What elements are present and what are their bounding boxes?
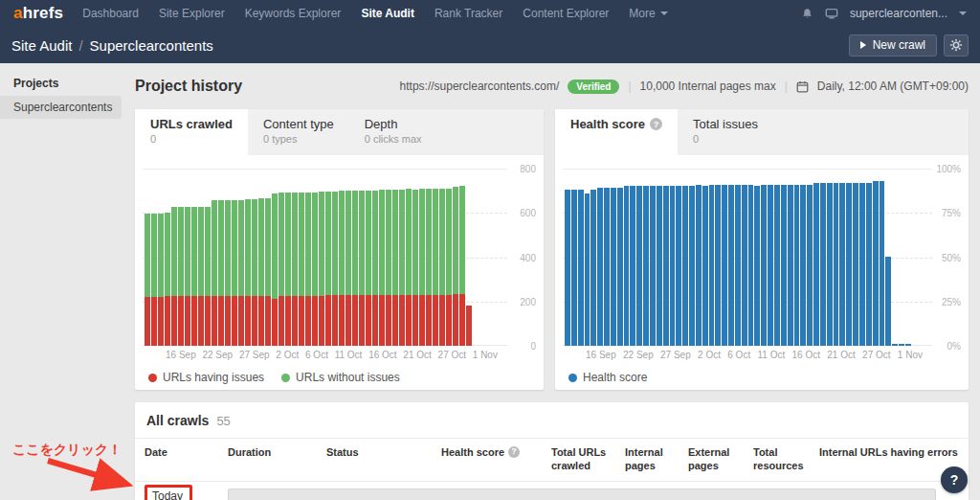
bar[interactable] bbox=[325, 192, 331, 346]
bar[interactable] bbox=[178, 207, 184, 346]
bar[interactable] bbox=[252, 199, 257, 346]
bar[interactable] bbox=[359, 191, 365, 346]
bar[interactable] bbox=[433, 189, 438, 346]
bar[interactable] bbox=[366, 191, 371, 346]
bar[interactable] bbox=[853, 183, 858, 346]
bar[interactable] bbox=[312, 193, 318, 346]
urls-crawled-chart[interactable]: 16 Sep22 Sep27 Sep2 Oct6 Oct11 Oct16 Oct… bbox=[143, 169, 538, 384]
bar[interactable] bbox=[439, 189, 445, 346]
new-crawl-button[interactable]: New crawl bbox=[849, 34, 937, 57]
account-caret-icon[interactable] bbox=[959, 11, 967, 15]
bar[interactable] bbox=[225, 200, 231, 346]
bar[interactable] bbox=[265, 198, 271, 346]
bar[interactable] bbox=[899, 344, 904, 346]
bar[interactable] bbox=[158, 214, 164, 346]
bar[interactable] bbox=[794, 185, 800, 346]
bar[interactable] bbox=[459, 186, 465, 346]
bar[interactable] bbox=[742, 185, 747, 346]
bar[interactable] bbox=[774, 185, 780, 346]
bar[interactable] bbox=[754, 186, 760, 346]
bar[interactable] bbox=[191, 207, 197, 346]
bar[interactable] bbox=[185, 207, 190, 346]
bar[interactable] bbox=[238, 200, 244, 346]
bar[interactable] bbox=[676, 186, 681, 346]
all-crawls-today-row[interactable]: Today bbox=[135, 482, 969, 500]
nav-item-content-explorer[interactable]: Content Explorer bbox=[523, 7, 609, 20]
bar[interactable] bbox=[165, 213, 170, 346]
bar[interactable] bbox=[768, 185, 773, 346]
bar[interactable] bbox=[446, 189, 452, 346]
account-menu[interactable]: superclearconten... bbox=[850, 7, 947, 20]
bar[interactable] bbox=[702, 186, 708, 346]
bar[interactable] bbox=[399, 190, 405, 346]
bar[interactable] bbox=[285, 193, 291, 346]
bar[interactable] bbox=[728, 185, 734, 346]
bar[interactable] bbox=[145, 214, 150, 346]
bar[interactable] bbox=[834, 183, 839, 346]
bar[interactable] bbox=[604, 188, 610, 346]
bar[interactable] bbox=[345, 191, 351, 346]
ahrefs-logo[interactable]: ahrefs bbox=[13, 4, 63, 23]
bar[interactable] bbox=[372, 191, 378, 346]
bar[interactable] bbox=[624, 186, 630, 346]
health-score-chart[interactable]: 16 Sep22 Sep27 Sep2 Oct6 Oct11 Oct16 Oct… bbox=[563, 169, 963, 384]
bar[interactable] bbox=[892, 344, 898, 346]
bar[interactable] bbox=[212, 200, 217, 346]
bar[interactable] bbox=[466, 306, 472, 346]
tab-content-type[interactable]: Content type0 types bbox=[248, 109, 349, 155]
bar[interactable] bbox=[332, 192, 338, 346]
bar[interactable] bbox=[453, 187, 458, 346]
bar[interactable] bbox=[781, 185, 787, 346]
help-icon[interactable]: ? bbox=[508, 446, 520, 458]
bar[interactable] bbox=[885, 257, 891, 346]
nav-item-rank-tracker[interactable]: Rank Tracker bbox=[434, 7, 502, 20]
bar[interactable] bbox=[689, 186, 695, 346]
help-icon[interactable]: ? bbox=[650, 118, 662, 130]
bar[interactable] bbox=[392, 190, 398, 346]
bar[interactable] bbox=[278, 193, 284, 346]
bar[interactable] bbox=[873, 181, 879, 346]
nav-item-dashboard[interactable]: Dashboard bbox=[82, 7, 139, 20]
bar[interactable] bbox=[800, 185, 806, 346]
bar[interactable] bbox=[245, 199, 251, 346]
tab-health-score[interactable]: Health score? bbox=[555, 109, 678, 155]
bar[interactable] bbox=[386, 190, 391, 346]
bar[interactable] bbox=[571, 190, 577, 346]
bar[interactable] bbox=[171, 207, 177, 346]
bar[interactable] bbox=[339, 191, 345, 346]
bar[interactable] bbox=[663, 186, 669, 346]
bar[interactable] bbox=[218, 200, 224, 346]
bar[interactable] bbox=[258, 198, 264, 346]
bar[interactable] bbox=[590, 190, 596, 346]
nav-item-site-explorer[interactable]: Site Explorer bbox=[159, 7, 225, 20]
bar[interactable] bbox=[827, 183, 833, 346]
bar[interactable] bbox=[585, 193, 590, 346]
nav-item-keywords-explorer[interactable]: Keywords Explorer bbox=[245, 7, 342, 20]
tab-depth[interactable]: Depth0 clicks max bbox=[349, 109, 437, 155]
bar[interactable] bbox=[866, 183, 872, 346]
bar[interactable] bbox=[696, 185, 702, 346]
bar[interactable] bbox=[412, 190, 418, 346]
bar[interactable] bbox=[859, 183, 865, 346]
bar[interactable] bbox=[292, 193, 298, 346]
sidebar-item-superclearcontents[interactable]: Superclearcontents bbox=[0, 96, 122, 119]
bar[interactable] bbox=[748, 185, 754, 346]
bar[interactable] bbox=[807, 185, 813, 346]
bar[interactable] bbox=[565, 190, 570, 346]
bar[interactable] bbox=[650, 186, 656, 346]
bar[interactable] bbox=[735, 185, 741, 346]
bar[interactable] bbox=[839, 183, 845, 346]
bar[interactable] bbox=[319, 192, 324, 346]
bar[interactable] bbox=[299, 193, 304, 346]
bar[interactable] bbox=[151, 214, 157, 346]
bar[interactable] bbox=[272, 193, 278, 346]
bar[interactable] bbox=[761, 185, 767, 346]
bar[interactable] bbox=[205, 207, 211, 346]
bar[interactable] bbox=[813, 183, 819, 346]
bar[interactable] bbox=[709, 185, 715, 346]
bar[interactable] bbox=[419, 189, 425, 346]
bar[interactable] bbox=[578, 190, 584, 346]
bar[interactable] bbox=[379, 190, 385, 346]
tab-urls-crawled[interactable]: URLs crawled0 bbox=[135, 109, 248, 155]
today-date-cell[interactable]: Today bbox=[145, 485, 192, 500]
